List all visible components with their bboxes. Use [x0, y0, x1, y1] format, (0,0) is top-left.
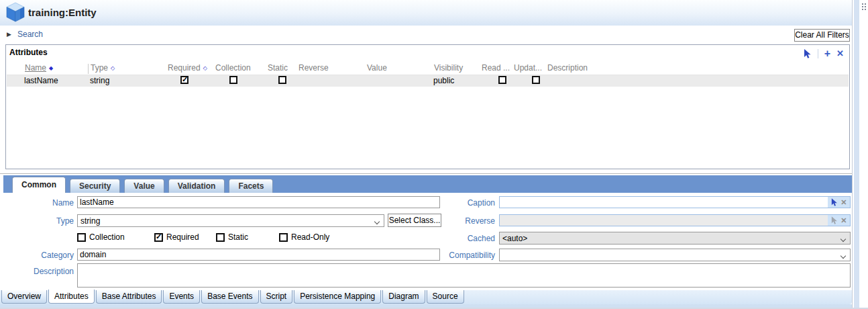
delete-attribute-icon[interactable]: ✕ [836, 49, 844, 58]
required-checkbox-field[interactable]: Required [154, 232, 199, 242]
bottom-tab-persistence-mapping[interactable]: Persistence Mapping [294, 290, 381, 304]
cached-value: <auto> [502, 234, 527, 243]
name-input[interactable] [77, 196, 440, 208]
pick-pointer-icon-disabled [831, 216, 838, 225]
chevron-down-icon [374, 219, 380, 224]
splitter-grip-handle[interactable] [862, 3, 866, 10]
attributes-grid-header: Name◆ Type◇ Required◇ Collection Static … [7, 63, 849, 75]
clear-reverse-icon-disabled: ✕ [840, 217, 847, 224]
entity-editor-window: training:Entity ▶ Search Clear All Filte… [0, 0, 868, 309]
cached-combobox[interactable]: <auto> [499, 232, 851, 245]
tab-security[interactable]: Security [70, 179, 120, 193]
cached-label: Cached [433, 234, 495, 243]
column-header-name[interactable]: Name◆ [25, 63, 53, 73]
category-label: Category [12, 251, 74, 260]
sort-asc-icon: ◆ [49, 65, 53, 71]
bottom-tab-diagram[interactable]: Diagram [382, 290, 425, 304]
type-combobox[interactable]: string [77, 214, 384, 227]
reverse-picker-buttons: ✕ [828, 215, 850, 226]
reverse-picker-field: ✕ [499, 214, 851, 226]
bottom-tab-base-attributes[interactable]: Base Attributes [96, 290, 162, 304]
common-tab-form: Name Type string Select Class... Collect… [3, 193, 852, 290]
column-header-read[interactable]: Read ... [482, 63, 510, 73]
required-checkbox-label: Required [166, 232, 199, 242]
bottom-tab-source[interactable]: Source [427, 290, 464, 304]
readonly-checkbox[interactable] [279, 233, 288, 242]
cell-updatable-checkbox[interactable] [532, 76, 540, 84]
bottom-tab-base-events[interactable]: Base Events [201, 290, 258, 304]
caption-picker-field[interactable]: ✕ [499, 196, 851, 208]
tab-value[interactable]: Value [124, 179, 164, 193]
caption-picker-buttons: ✕ [828, 197, 850, 208]
type-value: string [80, 216, 100, 226]
sort-none-icon: ◇ [203, 65, 207, 71]
collection-checkbox[interactable] [77, 233, 86, 242]
clear-all-filters-button[interactable]: Clear All Filters [794, 29, 850, 42]
attributes-panel-title: Attributes [9, 48, 48, 57]
attributes-panel: Attributes + ✕ Name◆ Type◇ Required◇ Col… [5, 44, 850, 169]
static-checkbox-field[interactable]: Static [216, 232, 248, 242]
reverse-label: Reverse [433, 216, 495, 226]
search-toggle[interactable]: Search [17, 30, 43, 39]
description-label: Description [12, 267, 74, 276]
bottom-tab-attributes[interactable]: Attributes [48, 290, 95, 304]
select-pointer-icon[interactable] [804, 49, 812, 59]
chevron-down-icon [840, 253, 846, 259]
column-header-static[interactable]: Static [268, 63, 288, 73]
tab-common[interactable]: Common [12, 177, 66, 193]
column-header-required[interactable]: Required◇ [168, 63, 207, 73]
column-header-reverse[interactable]: Reverse [299, 63, 329, 73]
clear-caption-icon[interactable]: ✕ [840, 199, 847, 206]
header: training:Entity [0, 0, 852, 26]
search-expander-icon[interactable]: ▶ [7, 31, 11, 38]
cell-required-checkbox[interactable] [180, 76, 188, 84]
bottom-tab-overview[interactable]: Overview [1, 290, 47, 304]
toolbar-separator [818, 49, 818, 58]
document-tab-bar: Overview Attributes Base Attributes Even… [0, 290, 852, 304]
chevron-down-icon [840, 236, 846, 242]
compatibility-combobox[interactable] [499, 249, 851, 261]
add-attribute-icon[interactable]: + [824, 49, 830, 58]
name-label: Name [12, 198, 74, 208]
cell-static-checkbox[interactable] [278, 76, 286, 84]
cell-readonly-checkbox[interactable] [498, 76, 506, 84]
static-checkbox[interactable] [216, 233, 225, 242]
category-input[interactable] [77, 249, 440, 261]
cell-name[interactable]: lastName [24, 76, 58, 85]
pick-pointer-icon[interactable] [831, 198, 838, 207]
column-header-type[interactable]: Type◇ [91, 63, 115, 73]
static-checkbox-label: Static [228, 232, 248, 242]
column-separator[interactable] [88, 64, 89, 74]
cell-type[interactable]: string [90, 76, 109, 85]
column-header-value[interactable]: Value [367, 63, 387, 73]
cell-visibility[interactable]: public [433, 76, 454, 85]
pane-divider [0, 173, 852, 174]
attributes-toolbar: + ✕ [804, 48, 844, 59]
caption-label: Caption [433, 198, 495, 208]
bottom-tab-events[interactable]: Events [163, 290, 200, 304]
search-section: ▶ Search Clear All Filters [0, 26, 852, 43]
type-label: Type [12, 216, 74, 226]
detail-tab-strip: Common Security Value Validation Facets [3, 175, 852, 193]
required-checkbox[interactable] [154, 233, 163, 242]
tab-facets[interactable]: Facets [229, 179, 273, 193]
description-textarea[interactable] [77, 263, 851, 288]
sort-none-icon: ◇ [111, 65, 115, 71]
collection-checkbox-label: Collection [89, 232, 125, 242]
cell-collection-checkbox[interactable] [229, 76, 237, 84]
side-panel-splitter[interactable] [854, 0, 859, 308]
bottom-tab-script[interactable]: Script [260, 290, 293, 304]
page-title: training:Entity [28, 7, 97, 18]
readonly-checkbox-label: Read-Only [291, 232, 329, 242]
column-header-description[interactable]: Description [547, 63, 588, 73]
column-header-visibility[interactable]: Visibility [434, 63, 463, 73]
column-header-updatable[interactable]: Updat... [514, 63, 542, 73]
content-right-edge [852, 0, 853, 308]
column-header-collection[interactable]: Collection [215, 63, 251, 73]
entity-cube-icon [5, 2, 25, 23]
attribute-row-lastname[interactable]: lastName string public [7, 75, 849, 87]
compatibility-label: Compatibility [433, 251, 495, 260]
collection-checkbox-field[interactable]: Collection [77, 232, 125, 242]
readonly-checkbox-field[interactable]: Read-Only [279, 232, 329, 242]
tab-validation[interactable]: Validation [168, 179, 225, 193]
